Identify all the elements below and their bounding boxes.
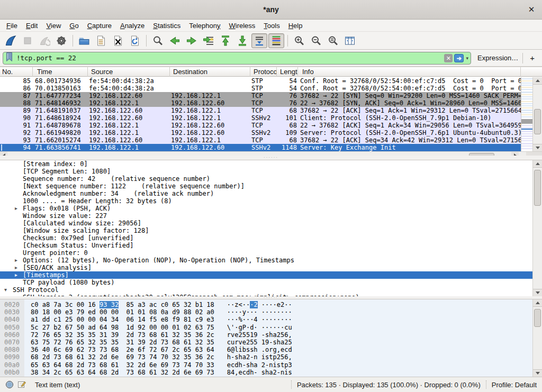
detail-line[interactable]: Sequence number: 42 (relative sequence n… [0,175,542,183]
packet-row-93[interactable]: 9371.662015274192.168.122.60192.168.122.… [0,136,521,144]
zoom-in-button[interactable] [291,33,307,48]
column-header-info[interactable]: Info [300,67,521,77]
packet-row-86[interactable]: 8670.013850163fe:54:00:d4:38:2aSTP54Conf… [0,85,521,92]
detail-line[interactable]: 1000 .... = Header Length: 32 bytes (8) [0,197,542,205]
hex-row[interactable]: 009068 2d 73 68 61 32 2d 6e 69 73 74 70 … [0,353,542,361]
details-vscrollbar[interactable] [532,160,542,296]
hex-bytes[interactable]: 5c 27 b2 67 50 ad 64 98 1d 92 00 00 01 0… [24,324,214,331]
hex-row[interactable]: 0020c0 a8 7a 3c 00 16 93 32 85 a3 ac c0 … [0,301,542,308]
hex-row[interactable]: 00b038 34 2c 65 63 64 68 2d 73 68 61 32 … [0,369,542,376]
intelligent-scrollbar-minimap[interactable] [521,77,532,151]
column-header-time[interactable]: Time [35,67,88,77]
hex-bytes[interactable]: 38 34 2c 65 63 64 68 2d 73 68 61 32 2d 6… [24,369,214,376]
menu-edit[interactable]: Edit [22,20,42,31]
go-forward-button[interactable] [184,33,200,48]
packet-row-89[interactable]: 8971.648191037192.168.122.60192.168.122.… [0,107,521,114]
stop-capture-button[interactable] [20,33,35,48]
scroll-up-arrow-icon[interactable] [533,299,542,307]
menu-statistics[interactable]: Statistics [149,20,185,31]
detail-line[interactable]: ▸[Timestamps] [0,271,542,279]
detail-line[interactable]: Window size value: 227 [0,212,542,220]
hex-ascii[interactable]: 6@libssh .org,ecd [214,346,292,353]
go-last-button[interactable] [234,33,250,48]
filter-clear-icon[interactable]: ✕ [444,54,453,62]
find-packet-button[interactable] [150,33,166,48]
column-header-destination[interactable]: Destination [171,67,250,77]
go-to-packet-button[interactable] [201,33,216,48]
hex-ascii[interactable]: rve25519 -sha256, [214,331,292,339]
detail-line[interactable]: ▾SSH Protocol [0,286,542,294]
hex-bytes[interactable]: 63 75 72 76 65 32 35 35 31 39 2d 73 68 6… [24,339,214,346]
expander-collapsed-icon[interactable]: ▸ [15,271,17,279]
filter-apply-icon[interactable]: ➔ [454,54,464,62]
display-filter-input[interactable]: !tcp.port == 22 ✕ ➔ ▾ [3,52,471,65]
hex-ascii[interactable]: 84,ecdh- sha2-nis [214,369,292,376]
hex-bytes[interactable]: 72 76 65 32 35 35 31 39 2d 73 68 61 32 3… [24,331,214,339]
expression-button[interactable]: Expression… [477,54,518,62]
detail-line[interactable]: [Stream index: 0] [0,160,542,168]
expert-info-icon[interactable] [5,380,14,389]
scrollbar-thumb[interactable] [534,109,541,134]
column-header-protocol[interactable]: Protocol [251,67,277,77]
hex-row[interactable]: 006072 76 65 32 35 35 31 39 2d 73 68 61 … [0,331,542,339]
expander-collapsed-icon[interactable]: ▸ [15,205,17,212]
column-header-no[interactable]: No. [0,67,33,77]
detail-line[interactable]: [Next sequence number: 1122 (relative se… [0,183,542,190]
capture-comment-icon[interactable] [17,380,26,389]
hex-bytes[interactable]: 36 40 6c 69 62 73 73 68 2e 6f 72 67 2c 6… [24,346,214,353]
save-file-button[interactable] [93,33,109,48]
detail-line[interactable]: Urgent pointer: 0 [0,249,542,257]
expander-collapsed-icon[interactable]: ▸ [15,257,17,264]
detail-line[interactable]: [Calculated window size: 29056] [0,220,542,227]
hex-ascii[interactable]: ···%···4 ········ [214,316,292,323]
zoom-reset-button[interactable] [325,33,341,48]
packet-row-90[interactable]: 9071.648618924192.168.122.60192.168.122.… [0,114,521,122]
hex-ascii[interactable]: \'·gP·d· ······cu [214,324,292,331]
column-header-length[interactable]: Length [278,67,298,77]
scrollbar-thumb[interactable] [534,170,541,206]
hex-ascii[interactable]: ··z<···2 ····e2·· [214,301,292,308]
hex-row[interactable]: 008036 40 6c 69 62 73 73 68 2e 6f 72 67 … [0,346,542,353]
menu-wireless[interactable]: Wireless [225,20,260,31]
menu-go[interactable]: Go [65,20,83,31]
menu-file[interactable]: File [2,20,22,31]
packet-row-87[interactable]: 8771.647777234192.168.122.60192.168.122.… [0,92,521,99]
go-back-button[interactable] [167,33,183,48]
packet-row-88[interactable]: 8871.648146932192.168.122.1192.168.122.6… [0,99,521,107]
packet-list-vscrollbar[interactable] [532,77,542,151]
pane-splitter[interactable]: ······ [0,156,542,160]
detail-line[interactable]: Checksum: 0x79ed [unverified] [0,234,542,242]
bookmark-icon[interactable] [5,52,13,64]
go-first-button[interactable] [218,33,233,48]
menu-telephony[interactable]: Telephony [185,20,224,31]
hex-ascii[interactable]: ecdh-sha 2-nistp3 [214,361,292,369]
filter-dropdown-caret-icon[interactable]: ▾ [466,56,468,61]
hex-ascii[interactable]: h-sha2-n istp256, [214,353,292,361]
packet-row-91[interactable]: 9171.648789678192.168.122.1192.168.122.6… [0,122,521,129]
hex-bytes[interactable]: 80 18 00 e3 79 ed 00 00 01 01 08 0a d9 8… [24,308,214,316]
status-profile[interactable]: Profile: Default [492,381,537,389]
hex-row[interactable]: 0040a1 dd c1 25 00 00 04 34 06 14 f5 e8 … [0,316,542,323]
menu-tools[interactable]: Tools [259,20,284,31]
hex-row[interactable]: 00505c 27 b2 67 50 ad 64 98 1d 92 00 00 … [0,324,542,331]
resize-columns-button[interactable] [342,33,358,48]
packet-row-92[interactable]: 9271.661949820192.168.122.1192.168.122.6… [0,129,521,136]
restart-capture-button[interactable] [37,33,52,48]
hex-row[interactable]: 00a065 63 64 68 2d 73 68 61 32 2d 6e 69 … [0,361,542,369]
bytes-vscrollbar[interactable] [532,299,542,377]
hex-bytes[interactable]: 68 2d 73 68 61 32 2d 6e 69 73 74 70 32 3… [24,353,214,361]
column-header-source[interactable]: Source [89,67,170,77]
menu-view[interactable]: View [42,20,65,31]
scroll-down-arrow-icon[interactable] [533,369,542,377]
hex-row[interactable]: 007063 75 72 76 65 32 35 35 31 39 2d 73 … [0,339,542,346]
scrollbar-thumb[interactable] [534,309,541,327]
start-capture-button[interactable] [3,33,19,48]
expander-collapsed-icon[interactable]: ▸ [15,264,17,271]
detail-line[interactable]: [Window size scaling factor: 128] [0,227,542,234]
packet-row-85[interactable]: 8568.001734936fe:54:00:d4:38:2aSTP54Conf… [0,77,521,85]
colorize-button[interactable] [268,33,284,48]
scroll-up-arrow-icon[interactable] [533,77,542,85]
detail-line[interactable]: ▸Flags: 0x018 (PSH, ACK) [0,205,542,212]
filter-value[interactable]: !tcp.port == 22 [16,54,444,62]
hex-bytes[interactable]: a1 dd c1 25 00 00 04 34 06 14 f5 e8 f9 8… [24,316,214,323]
